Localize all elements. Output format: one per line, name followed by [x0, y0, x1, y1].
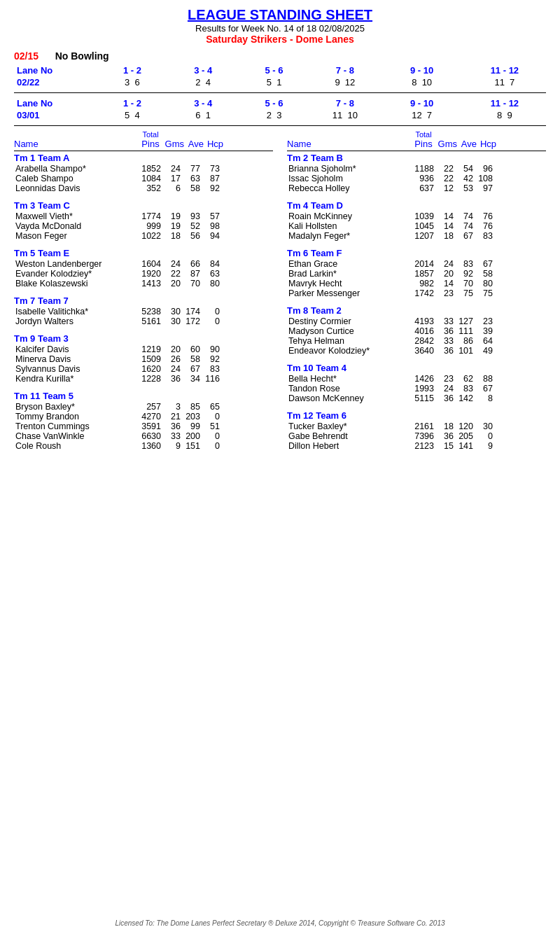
player-pins: 7396: [406, 431, 434, 441]
player-name: Mason Feger: [14, 231, 133, 241]
player-hcp: 0: [200, 441, 220, 451]
left-hcp-header: Hcp: [204, 139, 223, 149]
table-row: Leonnidas Davis35265892: [14, 183, 273, 193]
table-row: Rebecca Holley637125397: [287, 183, 546, 193]
player-pins: 2842: [406, 336, 434, 346]
player-gms: 9: [161, 441, 181, 451]
team-section: Tm 12 Team 6Tucker Baxley*21611812030Gab…: [287, 410, 546, 451]
player-gms: 15: [434, 441, 454, 451]
player-hcp: 57: [200, 211, 220, 221]
player-ave: 74: [454, 211, 473, 221]
player-pins: 637: [406, 183, 434, 193]
player-ave: 56: [181, 231, 200, 241]
player-gms: 14: [434, 211, 454, 221]
player-gms: 20: [434, 269, 454, 279]
player-hcp: 8: [473, 393, 493, 403]
player-gms: 24: [434, 259, 454, 269]
player-gms: 12: [434, 183, 454, 193]
player-name: Ethan Grace: [287, 259, 406, 269]
player-gms: 36: [434, 326, 454, 336]
player-name: Weston Landenberger: [14, 259, 133, 269]
player-ave: 101: [454, 346, 473, 356]
player-name: Endeavor Kolodziey*: [287, 346, 406, 356]
player-name: Tandon Rose: [287, 384, 406, 393]
player-gms: 22: [161, 269, 181, 279]
player-gms: 17: [161, 174, 181, 183]
table-row: Dawson McKenney5115361428: [287, 393, 546, 403]
lane-date-2: 03/01: [14, 109, 97, 121]
table-row: Issac Sjoholm9362242108: [287, 174, 546, 183]
footer-text: Licensed To: The Dome Lanes Perfect Secr…: [115, 919, 444, 927]
player-hcp: 88: [473, 374, 493, 384]
player-hcp: 63: [200, 269, 220, 279]
table-row: Mavryk Hecht982147080: [287, 279, 546, 288]
player-ave: 127: [454, 316, 473, 326]
player-ave: 93: [181, 211, 200, 221]
table-row: Kali Hollsten1045147476: [287, 221, 546, 231]
player-hcp: 90: [200, 344, 220, 354]
header: LEAGUE STANDING SHEET Results for Week N…: [14, 7, 546, 45]
player-name: Evander Kolodziey*: [14, 269, 133, 279]
no-bowling-date: 02/15: [14, 50, 38, 62]
table-row: Tehya Helman2842338664: [287, 336, 546, 346]
player-hcp: 49: [473, 346, 493, 356]
player-name: Rebecca Holley: [287, 183, 406, 193]
player-name: Leonnidas Davis: [14, 183, 133, 193]
table-row: Jordyn Walters5161301720: [14, 316, 273, 326]
lane-schedule-1: Lane No 1 - 2 3 - 4 5 - 6 7 - 8 9 - 10 1…: [14, 64, 546, 88]
player-name: Chase VanWinkle: [14, 431, 133, 441]
player-ave: 85: [181, 402, 200, 412]
player-name: Dillon Hebert: [287, 441, 406, 451]
player-name: Sylvannus Davis: [14, 364, 133, 374]
player-ave: 99: [181, 421, 200, 431]
team-name: Tm 7 Team 7: [14, 295, 273, 306]
player-hcp: 80: [200, 279, 220, 288]
player-ave: 67: [454, 231, 473, 241]
player-name: Brad Larkin*: [287, 269, 406, 279]
player-hcp: 30: [473, 421, 493, 431]
player-hcp: 76: [473, 211, 493, 221]
lane-date-1: 02/22: [14, 76, 97, 88]
player-hcp: 84: [200, 259, 220, 269]
player-pins: 1604: [133, 259, 161, 269]
player-pins: 999: [133, 221, 161, 231]
player-pins: 1993: [406, 384, 434, 393]
table-row: Bella Hecht*1426236288: [287, 374, 546, 384]
player-pins: 4016: [406, 326, 434, 336]
column-headers-row: Name Total Pins Gms Ave Hcp Name Total P…: [14, 130, 546, 151]
table-row: Mason Feger1022185694: [14, 231, 273, 241]
player-ave: 141: [454, 441, 473, 451]
player-gms: 24: [434, 384, 454, 393]
player-pins: 1774: [133, 211, 161, 221]
player-name: Minerva Davis: [14, 354, 133, 364]
player-ave: 70: [181, 279, 200, 288]
lane-no-label-1: Lane No: [14, 64, 97, 76]
team-name: Tm 2 Team B: [287, 153, 546, 163]
player-pins: 982: [406, 279, 434, 288]
player-name: Jordyn Walters: [14, 316, 133, 326]
no-bowling-section: 02/15 No Bowling: [14, 50, 546, 62]
player-name: Madalyn Feger*: [287, 231, 406, 241]
table-row: Madalyn Feger*1207186783: [287, 231, 546, 241]
table-row: Dillon Hebert2123151419: [287, 441, 546, 451]
player-pins: 6630: [133, 431, 161, 441]
player-name: Caleb Shampo: [14, 174, 133, 183]
player-hcp: 92: [200, 354, 220, 364]
player-hcp: 0: [200, 316, 220, 326]
player-pins: 257: [133, 402, 161, 412]
player-hcp: 9: [473, 441, 493, 451]
player-ave: 34: [181, 374, 200, 384]
player-gms: 26: [161, 354, 181, 364]
player-ave: 54: [454, 164, 473, 174]
player-pins: 1228: [133, 374, 161, 384]
left-name-header: Name: [14, 139, 136, 149]
right-name-header: Name: [287, 139, 410, 149]
player-gms: 20: [161, 279, 181, 288]
player-pins: 1039: [406, 211, 434, 221]
player-hcp: 73: [200, 164, 220, 174]
left-ave-header: Ave: [184, 139, 204, 149]
player-gms: 36: [434, 431, 454, 441]
table-row: Weston Landenberger1604246684: [14, 259, 273, 269]
player-name: Kalcifer Davis: [14, 344, 133, 354]
player-hcp: 98: [200, 221, 220, 231]
